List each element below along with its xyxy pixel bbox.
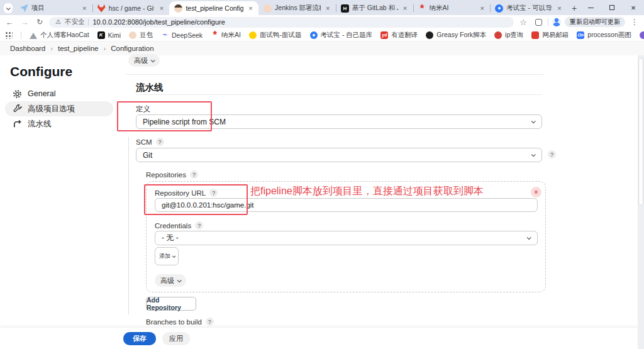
chevron-down-icon (531, 152, 536, 157)
pipeline-icon (13, 119, 22, 129)
duck-icon (249, 31, 257, 39)
repositories-label: Repositories (146, 170, 198, 179)
advanced-repo-button[interactable]: 高级 (155, 274, 186, 287)
breadcrumb-separator (50, 45, 53, 52)
triangle-icon (30, 31, 37, 39)
save-button[interactable]: 保存 (123, 332, 156, 345)
close-window-button[interactable] (623, 0, 644, 15)
restart-update-button[interactable]: 重新启动即可更新 (565, 17, 625, 27)
tab-doubao[interactable]: Jenkins 部署流程 - 豆包 (258, 1, 336, 15)
breadcrumb-configuration[interactable]: Configuration (111, 45, 153, 52)
scrollbar[interactable] (638, 55, 644, 349)
close-tab-icon[interactable] (324, 4, 332, 13)
sidebar-item-label: 高级项目选项 (28, 104, 75, 114)
extensions-button[interactable] (533, 16, 544, 28)
url-text: 10.0.0.202:8080/job/test_pipeline/config… (92, 18, 225, 26)
new-tab-button[interactable] (570, 2, 579, 14)
pipeline-section-heading: 流水线 (136, 82, 164, 94)
scrollbar-thumb[interactable] (638, 58, 643, 206)
bookmark-star-icon[interactable] (518, 16, 529, 28)
scm-value: Git (143, 151, 152, 160)
close-tab-icon[interactable] (555, 4, 564, 13)
nami-ai-icon (211, 31, 218, 39)
sidebar-item-pipeline[interactable]: 流水线 (5, 116, 113, 131)
ip-lookup-icon (494, 31, 502, 39)
bookmark-doubao[interactable]: 豆包 (129, 31, 153, 40)
greasyfork-icon (426, 31, 433, 39)
bookmark-kimi[interactable]: KKimi (97, 31, 121, 39)
tab-xiangmu[interactable]: 项目 (15, 1, 92, 15)
bookmarks-bar: 个人博客HaoCat KKimi 豆包 DeepSeek 纳米AI 面试鸭-面试… (0, 29, 644, 42)
chevron-down-icon (151, 58, 155, 62)
tab-title: Jenkins 部署流程 - 豆包 (275, 4, 321, 13)
apply-button[interactable]: 应用 (162, 332, 190, 345)
tab-title: 项目 (31, 4, 77, 13)
tab-search-button[interactable] (4, 3, 13, 13)
tab-kaoshibao[interactable]: 考试宝 - 可以导入题库的在线.. (490, 1, 567, 15)
chevron-down-icon (177, 278, 182, 282)
bookmark-processon[interactable]: Onprocesson画图 (577, 31, 631, 40)
kimi-icon: K (97, 31, 105, 39)
tab-title: 纳米AI (430, 4, 475, 13)
doubao-icon (264, 4, 272, 13)
tab-nami-ai[interactable]: 纳米AI (413, 1, 491, 15)
advanced-label: 高级 (160, 276, 174, 285)
bookmark-github-argon[interactable]: github_Argon主题.. (640, 31, 644, 40)
bookmark-haocat[interactable]: 个人博客HaoCat (30, 31, 89, 40)
address-bar[interactable]: 不安全 10.0.0.202:8080/job/test_pipeline/co… (49, 17, 514, 28)
chevron-down-icon (6, 6, 11, 10)
apps-grid-icon[interactable] (5, 31, 13, 39)
jenkins-configure-page: Dashboard test_pipeline Configuration Co… (0, 42, 644, 349)
maximize-button[interactable] (601, 0, 623, 15)
bookmark-ip-lookup[interactable]: ip查询 (494, 31, 523, 40)
help-icon[interactable] (548, 150, 556, 158)
bookmark-deepseek[interactable]: DeepSeek (161, 31, 203, 39)
gitlab-icon (97, 4, 106, 13)
browser-menu-button[interactable] (629, 16, 640, 28)
delete-repository-button[interactable] (531, 187, 541, 197)
bookmark-youdao[interactable]: yd有道翻译 (380, 31, 418, 40)
help-icon[interactable] (156, 138, 164, 146)
help-icon[interactable] (190, 170, 198, 179)
back-button[interactable] (4, 16, 15, 28)
bookmark-mianshiya[interactable]: 面试鸭-面试题 (249, 31, 302, 40)
close-tab-icon[interactable] (401, 4, 409, 13)
close-tab-icon[interactable] (80, 4, 89, 13)
tab-title: hsc / game - GitLab (109, 4, 155, 12)
deepseek-whale-icon (161, 31, 169, 39)
close-tab-icon[interactable] (157, 4, 165, 13)
netease-mail-icon (531, 31, 539, 39)
credentials-select[interactable]: - 无 - (155, 231, 538, 245)
tab-gitlab-jenkins-article[interactable]: H 基于 GitLab 和 Jenkins 实现.. (336, 1, 413, 15)
reload-button[interactable] (34, 16, 45, 28)
sidebar-item-general[interactable]: General (5, 86, 113, 101)
sidebar-item-advanced-options[interactable]: 高级项目选项 (5, 101, 113, 116)
advanced-label: 高级 (134, 56, 148, 65)
sidebar-item-label: General (28, 89, 55, 98)
bookmark-greasyfork[interactable]: Greasy Fork脚本 (426, 31, 486, 40)
help-icon[interactable] (206, 318, 214, 326)
bookmark-netease-mail[interactable]: 网易邮箱 (531, 31, 569, 40)
bookmark-nami-ai[interactable]: 纳米AI (211, 31, 241, 40)
add-credentials-button[interactable]: 添加 (155, 247, 179, 265)
advanced-section-button[interactable]: 高级 (128, 54, 160, 67)
breadcrumb-job[interactable]: test_pipeline (58, 45, 99, 52)
add-repository-button[interactable]: Add Repository (146, 297, 196, 311)
footer-bar: 保存 应用 (0, 328, 644, 349)
paper-plane-icon (20, 4, 28, 13)
help-icon[interactable] (195, 221, 203, 230)
tab-jenkins-config[interactable]: test_pipeline Config [Jenkins] (169, 1, 258, 15)
bookmark-kaoshibao[interactable]: 考试宝 - 自己题库 (310, 31, 373, 40)
close-tab-icon[interactable] (478, 4, 486, 13)
minimize-button[interactable] (580, 0, 601, 15)
scm-select[interactable]: Git (136, 148, 542, 162)
tab-gitlab[interactable]: hsc / game - GitLab (92, 1, 170, 15)
annotation-box-definition (117, 101, 212, 131)
extensions-icon (535, 19, 542, 26)
forward-button[interactable] (19, 16, 30, 28)
address-divider (88, 19, 89, 25)
profile-avatar[interactable] (552, 18, 561, 26)
close-tab-icon[interactable] (247, 4, 255, 13)
breadcrumb-dashboard[interactable]: Dashboard (10, 45, 45, 52)
scm-label: SCM (136, 138, 164, 146)
